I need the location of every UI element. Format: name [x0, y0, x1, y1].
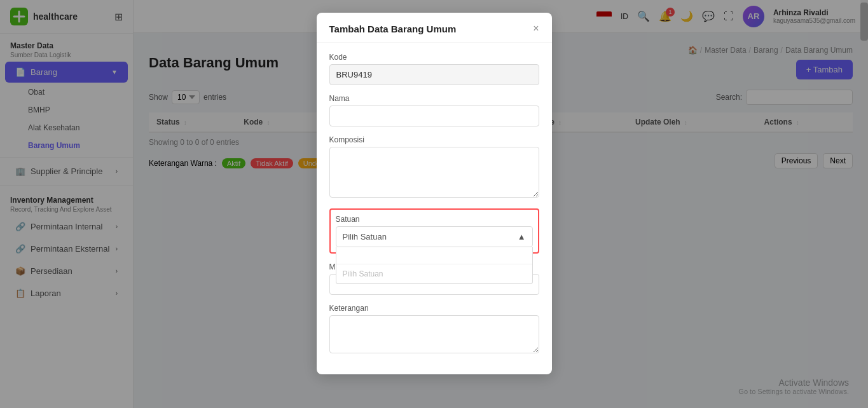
satuan-select-display[interactable]: Pilih Satuan ▲ [336, 226, 533, 247]
komposisi-label: Komposisi [329, 135, 539, 144]
keterangan-group: Keterangan [329, 304, 539, 355]
modal-header: Tambah Data Barang Umum × [317, 13, 552, 43]
modal-title: Tambah Data Barang Umum [329, 24, 457, 34]
satuan-label: Satuan [336, 215, 533, 224]
satuan-option-placeholder[interactable]: Pilih Satuan [336, 264, 532, 283]
modal-close-button[interactable]: × [533, 23, 539, 34]
modal: Tambah Data Barang Umum × Kode Nama Komp… [317, 13, 552, 374]
modal-overlay[interactable]: Tambah Data Barang Umum × Kode Nama Komp… [0, 0, 868, 408]
nama-group: Nama [329, 94, 539, 126]
satuan-select-wrapper: Pilih Satuan ▲ Pilih Satuan [336, 226, 533, 247]
komposisi-group: Komposisi [329, 135, 539, 200]
nama-label: Nama [329, 94, 539, 103]
satuan-search-input[interactable] [336, 247, 532, 264]
satuan-selected-text: Pilih Satuan [343, 232, 387, 241]
kode-input[interactable] [329, 64, 539, 85]
kode-label: Kode [329, 53, 539, 62]
komposisi-textarea[interactable] [329, 147, 539, 198]
keterangan-label: Keterangan [329, 304, 539, 313]
satuan-dropdown: Pilih Satuan [336, 247, 533, 284]
nama-input[interactable] [329, 105, 539, 126]
modal-body: Kode Nama Komposisi Satuan Pilih Satuan … [317, 43, 552, 374]
satuan-group: Satuan Pilih Satuan ▲ Pilih Satuan [329, 208, 539, 254]
satuan-arrow: ▲ [518, 232, 526, 241]
kode-group: Kode [329, 53, 539, 85]
keterangan-textarea[interactable] [329, 315, 539, 353]
